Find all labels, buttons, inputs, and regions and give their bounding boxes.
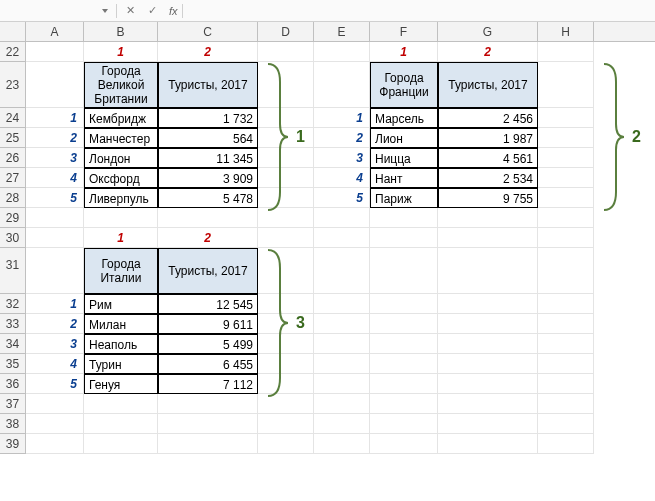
row-index-label: 1 bbox=[314, 108, 370, 128]
it-city-1[interactable]: Рим bbox=[84, 294, 158, 314]
name-box-dropdown-icon[interactable] bbox=[102, 9, 108, 13]
fr-header-val: Туристы, 2017 bbox=[438, 62, 538, 108]
row-header-31[interactable]: 31 bbox=[0, 248, 26, 294]
row-index-label: 4 bbox=[26, 354, 84, 374]
gb-city-4[interactable]: Оксфорд bbox=[84, 168, 158, 188]
group-label-2: 2 bbox=[632, 128, 641, 146]
it-val-1[interactable]: 12 545 bbox=[158, 294, 258, 314]
row-header-25[interactable]: 25 bbox=[0, 128, 26, 148]
column-headers: A B C D E F G H bbox=[0, 22, 655, 42]
row-header-27[interactable]: 27 bbox=[0, 168, 26, 188]
fx-icon[interactable]: fx bbox=[169, 5, 178, 17]
row-header-24[interactable]: 24 bbox=[0, 108, 26, 128]
row-header-30[interactable]: 30 bbox=[0, 228, 26, 248]
gb-val-4[interactable]: 3 909 bbox=[158, 168, 258, 188]
it-city-2[interactable]: Милан bbox=[84, 314, 158, 334]
cell-H23[interactable] bbox=[538, 62, 594, 108]
row-header-28[interactable]: 28 bbox=[0, 188, 26, 208]
fr-val-5[interactable]: 9 755 bbox=[438, 188, 538, 208]
fr-city-2[interactable]: Лион bbox=[370, 128, 438, 148]
row-index-label: 5 bbox=[314, 188, 370, 208]
row-header-26[interactable]: 26 bbox=[0, 148, 26, 168]
row-header-39[interactable]: 39 bbox=[0, 434, 26, 454]
gb-val-1[interactable]: 1 732 bbox=[158, 108, 258, 128]
fr-val-1[interactable]: 2 456 bbox=[438, 108, 538, 128]
row-index-label: 4 bbox=[314, 168, 370, 188]
row-header-23[interactable]: 23 bbox=[0, 62, 26, 108]
cancel-icon: ✕ bbox=[121, 4, 139, 17]
row-index-label: 1 bbox=[26, 294, 84, 314]
gb-city-3[interactable]: Лондон bbox=[84, 148, 158, 168]
col-header-E[interactable]: E bbox=[314, 22, 370, 41]
column-index-label: 1 bbox=[84, 42, 158, 62]
row-header-35[interactable]: 35 bbox=[0, 354, 26, 374]
it-city-4[interactable]: Турин bbox=[84, 354, 158, 374]
gb-val-3[interactable]: 11 345 bbox=[158, 148, 258, 168]
col-header-H[interactable]: H bbox=[538, 22, 594, 41]
select-all-corner[interactable] bbox=[0, 22, 26, 41]
column-index-label: 1 bbox=[370, 42, 438, 62]
brace-icon bbox=[598, 62, 626, 212]
cell-A23[interactable] bbox=[26, 62, 84, 108]
formula-bar: ✕ ✓ fx bbox=[0, 0, 655, 22]
cell-H22[interactable] bbox=[538, 42, 594, 62]
fr-header-city: Города Франции bbox=[370, 62, 438, 108]
row-header-32[interactable]: 32 bbox=[0, 294, 26, 314]
col-header-D[interactable]: D bbox=[258, 22, 314, 41]
fr-val-4[interactable]: 2 534 bbox=[438, 168, 538, 188]
cell-E22[interactable] bbox=[314, 42, 370, 62]
it-val-2[interactable]: 9 611 bbox=[158, 314, 258, 334]
col-header-B[interactable]: B bbox=[84, 22, 158, 41]
col-header-C[interactable]: C bbox=[158, 22, 258, 41]
gb-val-5[interactable]: 5 478 bbox=[158, 188, 258, 208]
row-index-label: 3 bbox=[26, 334, 84, 354]
brace-icon bbox=[262, 62, 290, 212]
fr-val-3[interactable]: 4 561 bbox=[438, 148, 538, 168]
row-index-label: 5 bbox=[26, 188, 84, 208]
col-header-A[interactable]: A bbox=[26, 22, 84, 41]
fr-val-2[interactable]: 1 987 bbox=[438, 128, 538, 148]
it-val-4[interactable]: 6 455 bbox=[158, 354, 258, 374]
group-label-1: 1 bbox=[296, 128, 305, 146]
it-header-city: Города Италии bbox=[84, 248, 158, 294]
it-val-3[interactable]: 5 499 bbox=[158, 334, 258, 354]
brace-icon bbox=[262, 248, 290, 398]
fr-city-1[interactable]: Марсель bbox=[370, 108, 438, 128]
spreadsheet-grid[interactable]: A B C D E F G H 22 1 2 1 2 23 Города Вел… bbox=[0, 22, 655, 501]
fr-city-5[interactable]: Париж bbox=[370, 188, 438, 208]
it-city-5[interactable]: Генуя bbox=[84, 374, 158, 394]
row-index-label: 2 bbox=[26, 128, 84, 148]
col-header-F[interactable]: F bbox=[370, 22, 438, 41]
fr-city-4[interactable]: Нант bbox=[370, 168, 438, 188]
cell-D22[interactable] bbox=[258, 42, 314, 62]
col-header-G[interactable]: G bbox=[438, 22, 538, 41]
cell-E23[interactable] bbox=[314, 62, 370, 108]
column-index-label: 1 bbox=[84, 228, 158, 248]
it-city-3[interactable]: Неаполь bbox=[84, 334, 158, 354]
row-header-29[interactable]: 29 bbox=[0, 208, 26, 228]
row-header-38[interactable]: 38 bbox=[0, 414, 26, 434]
column-index-label: 2 bbox=[438, 42, 538, 62]
row-index-label: 2 bbox=[314, 128, 370, 148]
row-header-36[interactable]: 36 bbox=[0, 374, 26, 394]
row-header-37[interactable]: 37 bbox=[0, 394, 26, 414]
row-index-label: 5 bbox=[26, 374, 84, 394]
it-val-5[interactable]: 7 112 bbox=[158, 374, 258, 394]
gb-city-1[interactable]: Кембридж bbox=[84, 108, 158, 128]
row-index-label: 3 bbox=[314, 148, 370, 168]
gb-city-2[interactable]: Манчестер bbox=[84, 128, 158, 148]
row-index-label: 1 bbox=[26, 108, 84, 128]
group-label-3: 3 bbox=[296, 314, 305, 332]
cell-A22[interactable] bbox=[26, 42, 84, 62]
column-index-label: 2 bbox=[158, 42, 258, 62]
fr-city-3[interactable]: Ницца bbox=[370, 148, 438, 168]
accept-icon: ✓ bbox=[143, 4, 161, 17]
row-index-label: 3 bbox=[26, 148, 84, 168]
row-header-22[interactable]: 22 bbox=[0, 42, 26, 62]
gb-header-val: Туристы, 2017 bbox=[158, 62, 258, 108]
column-index-label: 2 bbox=[158, 228, 258, 248]
gb-city-5[interactable]: Ливерпуль bbox=[84, 188, 158, 208]
row-header-34[interactable]: 34 bbox=[0, 334, 26, 354]
row-header-33[interactable]: 33 bbox=[0, 314, 26, 334]
gb-val-2[interactable]: 564 bbox=[158, 128, 258, 148]
